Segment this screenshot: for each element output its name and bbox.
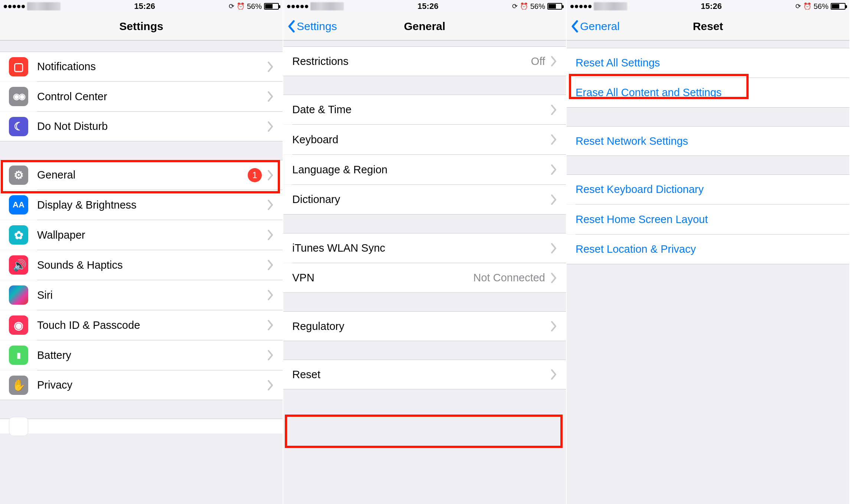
alarm-icon: ⏰: [237, 2, 245, 10]
cell-reset-home-screen[interactable]: Reset Home Screen Layout: [567, 204, 849, 234]
cell-label: Privacy: [37, 379, 268, 391]
cell-language-region[interactable]: Language & Region: [283, 155, 566, 184]
cell-do-not-disturb[interactable]: ☾ Do Not Disturb: [0, 112, 283, 141]
carrier-label: [594, 2, 627, 10]
icloud-icon: [9, 417, 28, 436]
chevron-right-icon: [268, 320, 274, 330]
back-button[interactable]: Settings: [288, 20, 337, 33]
privacy-icon: ✋: [9, 376, 28, 395]
cell-reset-keyboard-dictionary[interactable]: Reset Keyboard Dictionary: [567, 174, 849, 204]
chevron-right-icon: [551, 194, 557, 205]
cell-itunes-wlan-sync[interactable]: iTunes WLAN Sync: [283, 233, 566, 263]
status-bar: 15:26 ⟳ ⏰ 56%: [283, 0, 566, 13]
cell-label: Do Not Disturb: [37, 120, 268, 132]
cell-label: Reset: [292, 369, 551, 381]
cell-label: Battery: [37, 349, 268, 361]
battery-icon: [264, 3, 279, 10]
status-bar: 15:26 ⟳ ⏰ 56%: [0, 0, 283, 13]
screen-general: 15:26 ⟳ ⏰ 56% Settings General Restricti…: [283, 0, 567, 504]
chevron-right-icon: [551, 56, 557, 66]
settings-list[interactable]: ▢ Notifications ◉◉ Control Center ☾ Do N…: [0, 40, 283, 504]
cell-label: Wallpaper: [37, 229, 268, 241]
screen-reset: 15:26 ⟳ ⏰ 56% General Reset Reset All Se…: [567, 0, 850, 504]
cell-restrictions[interactable]: Restrictions Off: [283, 46, 566, 76]
chevron-right-icon: [268, 230, 274, 240]
battery-pct: 56%: [814, 2, 828, 11]
highlight-reset: [285, 415, 563, 448]
cell-label: Display & Brightness: [37, 199, 268, 211]
notifications-icon: ▢: [9, 57, 28, 76]
status-time: 15:26: [701, 1, 722, 11]
cell-reset-location-privacy[interactable]: Reset Location & Privacy: [567, 235, 849, 264]
chevron-right-icon: [268, 260, 274, 270]
cell-label: Touch ID & Passcode: [37, 319, 268, 331]
chevron-right-icon: [268, 290, 274, 300]
cell-sounds-haptics[interactable]: 🔊 Sounds & Haptics: [0, 250, 283, 280]
nav-bar: General Reset: [567, 13, 849, 40]
cell-touch-id[interactable]: ◉ Touch ID & Passcode: [0, 310, 283, 340]
cell-siri[interactable]: Siri: [0, 280, 283, 310]
cell-value: Off: [531, 55, 545, 68]
nav-bar: Settings General: [283, 13, 566, 40]
touchid-icon: ◉: [9, 315, 28, 335]
cell-label: Siri: [37, 289, 268, 301]
cell-dictionary[interactable]: Dictionary: [283, 185, 566, 215]
battery-icon: [831, 3, 846, 10]
cell-general[interactable]: ⚙ General 1: [0, 160, 283, 190]
cell-label: Regulatory: [292, 320, 551, 333]
chevron-right-icon: [551, 134, 557, 145]
cell-label: Reset Keyboard Dictionary: [576, 183, 840, 196]
cell-badge: 1: [248, 168, 262, 182]
siri-icon: [9, 285, 28, 305]
cell-reset-network-settings[interactable]: Reset Network Settings: [567, 126, 849, 156]
signal-icon: [570, 5, 592, 8]
cell-privacy[interactable]: ✋ Privacy: [0, 370, 283, 400]
cell-reset[interactable]: Reset: [283, 360, 566, 389]
chevron-right-icon: [551, 105, 557, 115]
cell-icloud-partial[interactable]: [0, 419, 283, 433]
cell-label: Reset Location & Privacy: [576, 243, 840, 255]
cell-notifications[interactable]: ▢ Notifications: [0, 52, 283, 81]
sounds-icon: 🔊: [9, 255, 28, 275]
reset-list[interactable]: Reset All Settings Erase All Content and…: [567, 40, 849, 504]
chevron-right-icon: [551, 321, 557, 331]
back-button[interactable]: General: [571, 20, 620, 33]
status-bar: 15:26 ⟳ ⏰ 56%: [567, 0, 849, 13]
chevron-right-icon: [551, 243, 557, 253]
cell-erase-all-content[interactable]: Erase All Content and Settings: [567, 78, 849, 108]
general-list[interactable]: Restrictions Off Date & Time Keyboard La…: [283, 40, 566, 504]
general-icon: ⚙: [9, 166, 28, 185]
status-time: 15:26: [417, 1, 438, 11]
cell-vpn[interactable]: VPN Not Connected: [283, 263, 566, 293]
chevron-right-icon: [268, 380, 274, 390]
cell-reset-all-settings[interactable]: Reset All Settings: [567, 48, 849, 78]
status-time: 15:26: [134, 1, 155, 11]
cell-label: General: [37, 169, 248, 181]
cell-keyboard[interactable]: Keyboard: [283, 125, 566, 154]
cell-display-brightness[interactable]: AA Display & Brightness: [0, 190, 283, 220]
cell-label: iTunes WLAN Sync: [292, 242, 551, 254]
cell-label: Language & Region: [292, 164, 551, 176]
signal-icon: [287, 5, 308, 8]
screen-settings: 15:26 ⟳ ⏰ 56% Settings ▢ Notifications ◉…: [0, 0, 283, 504]
alarm-icon: ⏰: [803, 2, 811, 10]
control-center-icon: ◉◉: [9, 87, 28, 106]
display-icon: AA: [9, 195, 28, 215]
battery-cell-icon: ▮: [9, 346, 28, 365]
chevron-right-icon: [268, 350, 274, 360]
cell-battery[interactable]: ▮ Battery: [0, 340, 283, 370]
cell-regulatory[interactable]: Regulatory: [283, 311, 566, 341]
signal-icon: [4, 5, 25, 8]
cell-label: Restrictions: [292, 55, 531, 68]
cell-label: Reset Home Screen Layout: [576, 213, 840, 226]
cell-wallpaper[interactable]: ✿ Wallpaper: [0, 220, 283, 250]
carrier-label: [27, 2, 61, 10]
chevron-back-icon: [571, 20, 579, 33]
alarm-icon: ⏰: [520, 2, 528, 10]
cell-control-center[interactable]: ◉◉ Control Center: [0, 82, 283, 111]
rotation-lock-icon: ⟳: [512, 2, 518, 10]
cell-date-time[interactable]: Date & Time: [283, 95, 566, 124]
nav-bar: Settings: [0, 13, 283, 40]
cell-label: Reset Network Settings: [576, 135, 840, 147]
cell-label: Date & Time: [292, 104, 551, 116]
